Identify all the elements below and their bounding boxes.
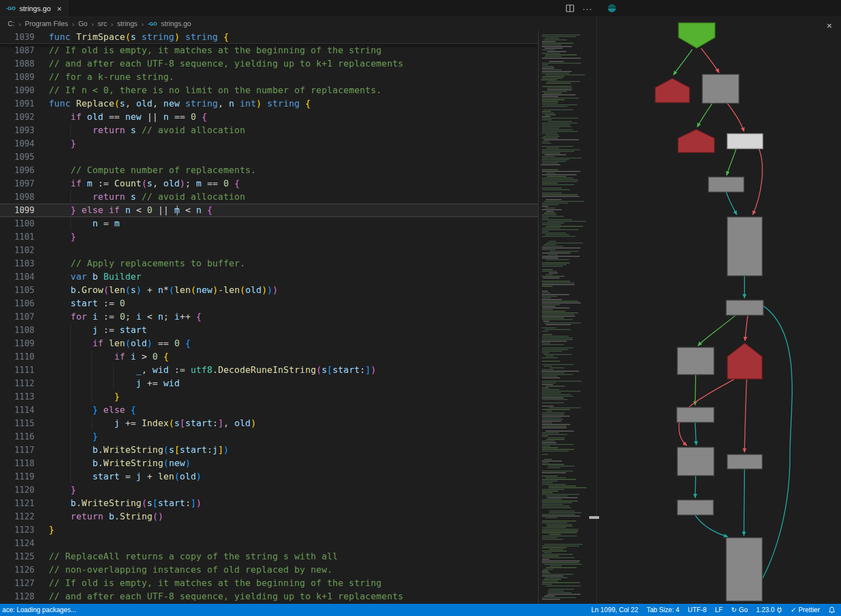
- line-number[interactable]: 1108: [0, 324, 49, 337]
- code-line[interactable]: 1112 j += wid: [0, 377, 538, 390]
- block-node[interactable]: [726, 538, 762, 601]
- code-line[interactable]: 1107 for i := 0; i < n; i++ {: [0, 310, 538, 324]
- code-line[interactable]: 1111 _, wid := utf8.DecodeRuneInString(s…: [0, 363, 538, 377]
- status-item-encoding[interactable]: UTF-8: [688, 606, 707, 614]
- tab-close-icon[interactable]: ×: [57, 4, 62, 13]
- breadcrumb-item[interactable]: Go: [78, 20, 88, 28]
- status-item-go-version[interactable]: 1.23.0: [756, 606, 782, 614]
- code-line[interactable]: 1039func TrimSpace(s string) string {: [0, 31, 538, 44]
- breadcrumb-item[interactable]: C:: [8, 20, 15, 28]
- line-number[interactable]: 1113: [0, 390, 49, 403]
- code-line[interactable]: 1117 b.WriteString(s[start:j]): [0, 443, 538, 457]
- line-number[interactable]: 1128: [0, 590, 49, 603]
- line-number[interactable]: 1122: [0, 510, 49, 523]
- block-node[interactable]: [677, 447, 714, 476]
- code-line[interactable]: 1104 var b Builder: [0, 270, 538, 284]
- code-line[interactable]: 1120 }: [0, 483, 538, 497]
- code-line[interactable]: 1113 }: [0, 390, 538, 403]
- block-node[interactable]: [726, 300, 763, 315]
- code-line[interactable]: 1114 } else {: [0, 403, 538, 417]
- line-number[interactable]: 1124: [0, 537, 49, 550]
- code-line[interactable]: 1118 b.WriteString(new): [0, 457, 538, 470]
- breadcrumb-file[interactable]: strings.go: [161, 20, 191, 28]
- more-actions-icon[interactable]: ···: [582, 4, 592, 13]
- code-line[interactable]: 1124: [0, 537, 538, 550]
- code-line[interactable]: 1105 b.Grow(len(s) + n*(len(new)-len(old…: [0, 284, 538, 297]
- line-number[interactable]: 1110: [0, 350, 49, 363]
- line-number[interactable]: 1090: [0, 84, 49, 97]
- line-number[interactable]: 1105: [0, 284, 49, 297]
- line-number[interactable]: 1093: [0, 124, 49, 137]
- code-line[interactable]: 1128// and after each UTF-8 sequence, yi…: [0, 590, 538, 603]
- exit-node[interactable]: [655, 78, 690, 103]
- line-number[interactable]: 1118: [0, 457, 49, 470]
- status-item-formatter[interactable]: ✓Prettier: [791, 606, 820, 614]
- line-number[interactable]: 1104: [0, 270, 49, 284]
- split-editor-icon[interactable]: [566, 4, 574, 12]
- line-number[interactable]: 1101: [0, 230, 49, 244]
- code-line[interactable]: 1089// for a k-rune string.: [0, 70, 538, 84]
- status-item-language-mode[interactable]: ↻Go: [731, 606, 748, 614]
- sash-handle[interactable]: [589, 516, 599, 519]
- code-line[interactable]: 1122 return b.String(): [0, 510, 538, 523]
- code-line[interactable]: 1127// If old is empty, it matches at th…: [0, 577, 538, 590]
- line-number[interactable]: 1039: [0, 31, 49, 43]
- flow-graph-view-icon[interactable]: [607, 3, 617, 13]
- block-node[interactable]: [677, 347, 714, 375]
- line-number[interactable]: 1106: [0, 297, 49, 310]
- line-number[interactable]: 1089: [0, 70, 49, 84]
- code-line[interactable]: 1093 return s // avoid allocation: [0, 124, 538, 137]
- line-number[interactable]: 1112: [0, 377, 49, 390]
- status-message[interactable]: ace: Loading packages...: [2, 606, 76, 614]
- line-number[interactable]: 1121: [0, 497, 49, 510]
- panel-close-icon[interactable]: ×: [827, 21, 832, 31]
- code-line[interactable]: 1109 if len(old) == 0 {: [0, 337, 538, 350]
- line-number[interactable]: 1098: [0, 190, 49, 204]
- code-line[interactable]: 1094 }: [0, 137, 538, 150]
- line-number[interactable]: 1114: [0, 403, 49, 417]
- line-number[interactable]: 1117: [0, 443, 49, 457]
- code-line[interactable]: 1102: [0, 244, 538, 257]
- code-line[interactable]: 1110 if i > 0 {: [0, 350, 538, 363]
- line-number[interactable]: 1087: [0, 44, 49, 57]
- status-item-notifications[interactable]: [828, 607, 835, 614]
- code-line[interactable]: 1091func Replace(s, old, new string, n i…: [0, 97, 538, 110]
- breadcrumb-item[interactable]: Program Files: [25, 20, 68, 28]
- line-number[interactable]: 1096: [0, 164, 49, 177]
- status-item-indentation[interactable]: Tab Size: 4: [646, 606, 679, 614]
- line-number[interactable]: 1102: [0, 244, 49, 257]
- code-line[interactable]: 1116 }: [0, 430, 538, 443]
- code-line[interactable]: 1087// If old is empty, it matches at th…: [0, 44, 538, 57]
- line-number[interactable]: 1126: [0, 563, 49, 577]
- code-line[interactable]: 1103 // Apply replacements to buffer.: [0, 257, 538, 270]
- status-item-eol[interactable]: LF: [715, 606, 723, 614]
- line-number[interactable]: 1100: [0, 217, 49, 230]
- block-node[interactable]: [677, 500, 713, 515]
- breadcrumb-item[interactable]: src: [98, 20, 107, 28]
- status-item-cursor-position[interactable]: Ln 1099, Col 22: [591, 606, 639, 614]
- block-node[interactable]: [727, 455, 762, 469]
- line-number[interactable]: 1123: [0, 523, 49, 537]
- line-number[interactable]: 1116: [0, 430, 49, 443]
- code-line[interactable]: 1088// and after each UTF-8 sequence, yi…: [0, 57, 538, 70]
- code-line[interactable]: 1121 b.WriteString(s[start:]): [0, 497, 538, 510]
- code-line[interactable]: 1126// non-overlapping instances of old …: [0, 563, 538, 577]
- line-number[interactable]: 1111: [0, 363, 49, 377]
- line-number[interactable]: 1127: [0, 577, 49, 590]
- block-node[interactable]: [702, 74, 739, 103]
- block-node[interactable]: [708, 177, 744, 192]
- minimap[interactable]: [538, 31, 591, 604]
- line-number[interactable]: 1103: [0, 257, 49, 270]
- code-line[interactable]: 1099 } else if n < 0 || m < n {: [0, 204, 538, 217]
- code-line[interactable]: 1108 j := start: [0, 324, 538, 337]
- code-line[interactable]: 1097 if m := Count(s, old); m == 0 {: [0, 177, 538, 190]
- code-line[interactable]: 1096 // Compute number of replacements.: [0, 164, 538, 177]
- code-line[interactable]: 1125// ReplaceAll returns a copy of the …: [0, 550, 538, 563]
- exit-node[interactable]: [678, 129, 715, 153]
- code-line[interactable]: 1106 start := 0: [0, 297, 538, 310]
- breadcrumb-item[interactable]: strings: [117, 20, 138, 28]
- line-number[interactable]: 1125: [0, 550, 49, 563]
- code-line[interactable]: 1090// If n < 0, there is no limit on th…: [0, 84, 538, 97]
- line-number[interactable]: 1119: [0, 470, 49, 483]
- code-line[interactable]: 1123}: [0, 523, 538, 537]
